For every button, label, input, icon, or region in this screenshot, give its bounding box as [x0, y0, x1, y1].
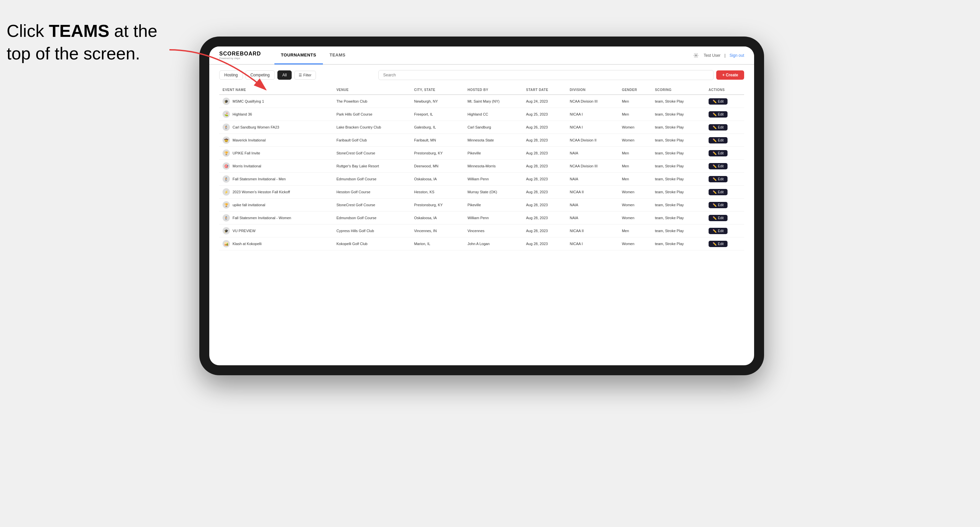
- edit-pencil-icon: ✏️: [713, 177, 717, 181]
- cell-gender: Women: [619, 198, 652, 211]
- cell-actions: ✏️ Edit: [705, 237, 744, 251]
- edit-button[interactable]: ✏️ Edit: [709, 137, 727, 143]
- cell-actions: ✏️ Edit: [705, 95, 744, 108]
- cell-hosted: Pikeville: [464, 198, 523, 211]
- cell-date: Aug 28, 2023: [523, 160, 566, 173]
- cell-venue: StoneCrest Golf Course: [333, 147, 411, 160]
- edit-pencil-icon: ✏️: [713, 113, 717, 116]
- sign-out-link[interactable]: Sign out: [730, 53, 744, 58]
- cell-city: Marion, IL: [410, 237, 464, 251]
- cell-actions: ✏️ Edit: [705, 121, 744, 134]
- cell-venue: Lake Bracken Country Club: [333, 121, 411, 134]
- cell-hosted: Pikeville: [464, 147, 523, 160]
- team-icon: 🤠: [223, 137, 230, 144]
- nav-right: Test User | Sign out: [692, 52, 744, 59]
- event-name-text: Fall Statesmen Invitational - Men: [232, 177, 286, 181]
- team-icon: ⛳: [223, 111, 230, 118]
- bold-teams: TEAMS: [49, 21, 109, 41]
- edit-button[interactable]: ✏️ Edit: [709, 150, 727, 156]
- table-row: 🎓 VU PREVIEW Cypress Hills Golf Club Vin…: [219, 224, 744, 237]
- edit-pencil-icon: ✏️: [713, 190, 717, 194]
- event-name-text: Highland 36: [232, 112, 252, 116]
- cell-venue: Park Hills Golf Course: [333, 108, 411, 121]
- cell-scoring: team, Stroke Play: [651, 147, 705, 160]
- team-icon: 🏌️: [223, 124, 230, 131]
- cell-division: NCAA Division II: [566, 134, 619, 147]
- content-area: Hosting Competing All ☰ Filter + Create …: [209, 65, 754, 365]
- cell-gender: Women: [619, 134, 652, 147]
- table-row: 🏆 upike fall invitational StoneCrest Gol…: [219, 198, 744, 211]
- cell-actions: ✏️ Edit: [705, 186, 744, 198]
- cell-event-name: 🎯 Morris Invitational: [219, 160, 333, 173]
- edit-button[interactable]: ✏️ Edit: [709, 111, 727, 117]
- edit-pencil-icon: ✏️: [713, 164, 717, 168]
- logo-sub: Powered by cliqui: [219, 57, 261, 60]
- cell-division: NAIA: [566, 198, 619, 211]
- cell-scoring: team, Stroke Play: [651, 108, 705, 121]
- edit-button[interactable]: ✏️ Edit: [709, 124, 727, 130]
- nav-tab-teams[interactable]: TEAMS: [323, 46, 352, 64]
- cell-gender: Men: [619, 224, 652, 237]
- cell-date: Aug 24, 2023: [523, 95, 566, 108]
- cell-scoring: team, Stroke Play: [651, 95, 705, 108]
- cell-hosted: William Penn: [464, 211, 523, 224]
- edit-button[interactable]: ✏️ Edit: [709, 202, 727, 208]
- edit-button[interactable]: ✏️ Edit: [709, 228, 727, 234]
- cell-gender: Men: [619, 108, 652, 121]
- table-row: 🏆 UPIKE Fall Invite StoneCrest Golf Cour…: [219, 147, 744, 160]
- cell-actions: ✏️ Edit: [705, 147, 744, 160]
- cell-city: Deerwood, MN: [410, 160, 464, 173]
- edit-button[interactable]: ✏️ Edit: [709, 176, 727, 182]
- cell-city: Prestonsburg, KY: [410, 147, 464, 160]
- settings-icon[interactable]: [692, 52, 700, 59]
- svg-point-1: [695, 55, 697, 56]
- edit-button[interactable]: ✏️ Edit: [709, 241, 727, 247]
- cell-event-name: 🏜️ Klash at Kokopelli: [219, 237, 333, 251]
- cell-gender: Men: [619, 173, 652, 186]
- cell-division: NICAA I: [566, 237, 619, 251]
- cell-hosted: Vincennes: [464, 224, 523, 237]
- col-city: CITY, STATE: [410, 85, 464, 95]
- event-name-text: Morris Invitational: [232, 164, 261, 168]
- cell-date: Aug 28, 2023: [523, 147, 566, 160]
- tournaments-table: EVENT NAME VENUE CITY, STATE HOSTED BY S…: [219, 85, 744, 251]
- team-icon: 🎯: [223, 162, 230, 170]
- search-input[interactable]: [379, 70, 714, 80]
- cell-division: NICAA I: [566, 121, 619, 134]
- filter-btn[interactable]: ☰ Filter: [294, 71, 316, 80]
- cell-event-name: ⛳ Highland 36: [219, 108, 333, 121]
- event-name-text: UPIKE Fall Invite: [232, 151, 260, 155]
- cell-date: Aug 26, 2023: [523, 121, 566, 134]
- event-name-text: Carl Sandburg Women FA23: [232, 125, 279, 129]
- cell-venue: Hesston Golf Course: [333, 186, 411, 198]
- team-icon: 🏆: [223, 201, 230, 208]
- cell-event-name: 🏆 UPIKE Fall Invite: [219, 147, 333, 160]
- edit-button[interactable]: ✏️ Edit: [709, 163, 727, 169]
- cell-division: NAIA: [566, 147, 619, 160]
- event-name-text: upike fall invitational: [232, 203, 265, 207]
- cell-hosted: Minnesota-Morris: [464, 160, 523, 173]
- logo-area: SCOREBOARD Powered by cliqui: [219, 51, 261, 60]
- filter-icon: ☰: [299, 73, 302, 77]
- edit-button[interactable]: ✏️ Edit: [709, 98, 727, 105]
- edit-button[interactable]: ✏️ Edit: [709, 189, 727, 195]
- create-button[interactable]: + Create: [716, 70, 744, 80]
- nav-tab-tournaments[interactable]: TOURNAMENTS: [274, 46, 323, 64]
- hosting-filter-btn[interactable]: Hosting: [219, 70, 243, 80]
- competing-filter-btn[interactable]: Competing: [245, 70, 275, 80]
- edit-pencil-icon: ✏️: [713, 242, 717, 246]
- table-row: ⛳ Highland 36 Park Hills Golf Course Fre…: [219, 108, 744, 121]
- cell-hosted: Highland CC: [464, 108, 523, 121]
- all-filter-btn[interactable]: All: [277, 70, 292, 80]
- cell-gender: Women: [619, 186, 652, 198]
- nav-separator: |: [724, 53, 725, 58]
- cell-actions: ✏️ Edit: [705, 198, 744, 211]
- edit-button[interactable]: ✏️ Edit: [709, 215, 727, 221]
- cell-event-name: 🤠 Maverick Invitational: [219, 134, 333, 147]
- cell-date: Aug 28, 2023: [523, 173, 566, 186]
- cell-scoring: team, Stroke Play: [651, 186, 705, 198]
- cell-gender: Men: [619, 160, 652, 173]
- logo-text: SCOREBOARD: [219, 51, 261, 57]
- event-name-text: Fall Statesmen Invitational - Women: [232, 216, 291, 220]
- cell-hosted: Carl Sandburg: [464, 121, 523, 134]
